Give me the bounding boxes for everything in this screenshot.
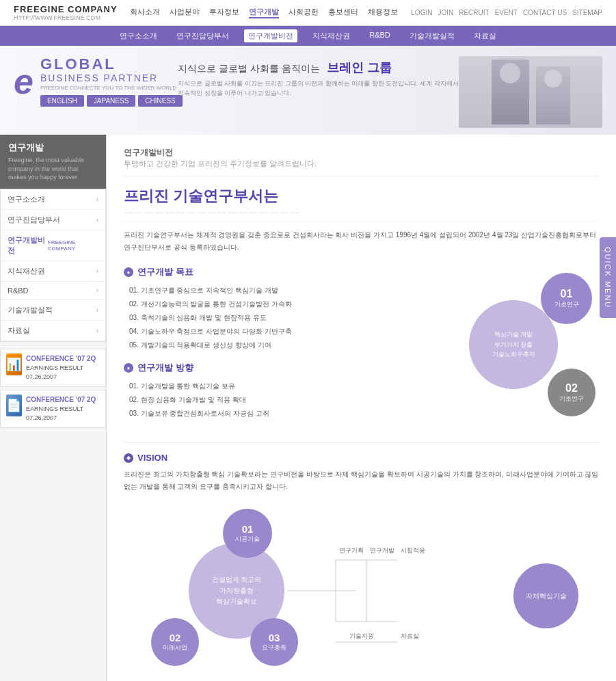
person-right: [536, 66, 570, 124]
research-diagram: 핵심기술 개발부가가치 창출기술노화우축적 01 기초연구 02 기초연구: [435, 266, 599, 430]
conference-box-2[interactable]: 📄 CONFERENCE '07 2Q EARNINGS RESULT 07.2…: [0, 390, 106, 428]
bullet-dot-1: ●: [124, 267, 133, 277]
vision-section: ◆ VISION 프리진은 최고의 가치창출형 핵심 기술확보라는 연구비전을 …: [124, 442, 599, 676]
hero-tagline: FREEGINE CONNECTE YOU TO THE WIDER WORLD: [40, 85, 183, 91]
link-login[interactable]: LOGIN: [411, 9, 432, 16]
sidebar-item-1[interactable]: 연구진담당부서 ›: [1, 210, 105, 230]
sidebar-section-header: 연구개발 Freegine, the most valuable company…: [0, 135, 106, 189]
nav-item-social[interactable]: 사회공헌: [289, 7, 319, 18]
hero-title-line2: BUSINESS PARTNER: [40, 72, 183, 83]
sidebar-item-2[interactable]: 연구개발비전 FREEGINE COMPANY: [1, 230, 105, 261]
sidebar-item-6[interactable]: 자료실 ›: [1, 321, 105, 341]
arrow-icon-1: ›: [96, 216, 98, 224]
conference-icon-2: 📄: [6, 395, 22, 416]
subnav-item-5[interactable]: 기술개발실적: [405, 29, 459, 42]
section1-item-3: 04. 기술노하우 축점으로 사업분야의 다양화 기반구축: [129, 325, 425, 338]
hero-banner-text: 지식으로 글로벌 사회를 움직이는: [178, 63, 320, 74]
breadcrumb-sub: 투명하고 건강한 기업 프리진의 주기정보를 알려드립니다.: [124, 159, 599, 169]
hero-desc: 지식으로 글로벌 사회를 이끄는 프리진 그룹의 비전과 함께하는 미래를 향한…: [178, 79, 466, 98]
sidebar-sublabel-2: FREEGINE COMPANY: [48, 239, 98, 252]
subnav-item-1[interactable]: 연구진담당부서: [172, 29, 233, 42]
head-left: [500, 63, 520, 83]
link-join[interactable]: JOIN: [438, 9, 453, 16]
arrow-icon-5: ›: [96, 306, 98, 314]
hero-e-letter: e: [14, 64, 34, 99]
section1-item-2: 03. 축척기술의 심용화 개발 및 현장적용 유도: [129, 311, 425, 325]
nav-item-business[interactable]: 사업분야: [170, 7, 200, 18]
section2-item-0: 01. 기술개발을 통한 핵심기술 보유: [129, 379, 425, 393]
sidebar-item-0[interactable]: 연구소소개 ›: [1, 189, 105, 210]
vision-title: VISION: [137, 453, 168, 463]
vision-circle-02: 02 미래사업: [151, 618, 199, 666]
sidebar-item-5[interactable]: 기술개발실적 ›: [1, 300, 105, 321]
vision-text: 프리진은 최고의 가치창출형 핵심 기술확보라는 연구비전을 바탕으로 자체 핵…: [124, 468, 599, 493]
sidebar-menu: 연구소소개 › 연구진담당부서 › 연구개발비전 FREEGINE COMPAN…: [0, 189, 106, 342]
sidebar-item-4[interactable]: R&BD ›: [1, 282, 105, 300]
arrow-icon-4: ›: [96, 286, 98, 294]
link-recruit[interactable]: RECRUIT: [459, 9, 489, 16]
subnav-item-6[interactable]: 자료실: [470, 29, 500, 42]
sidebar-section-title: 연구개발: [8, 142, 98, 154]
subnav-item-0[interactable]: 연구소소개: [116, 29, 161, 42]
conference-text-2: CONFERENCE '07 2Q EARNINGS RESULT 07.26,…: [26, 395, 100, 423]
section2-item-1: 02. 현장 심용화 기술개발 및 적용 확대: [129, 393, 425, 407]
top-links: LOGIN JOIN RECRUIT EVENT CONTACT US SITE…: [411, 9, 602, 16]
vision-circle-03: 03 요구충족: [250, 618, 298, 666]
hero-image: [459, 56, 602, 128]
person-left: [492, 59, 529, 124]
section1-title: 연구개발 목표: [137, 266, 193, 278]
hero-banner-strong: 브레인 그룹: [327, 61, 392, 75]
lang-chinese-button[interactable]: CHINESS: [138, 95, 182, 107]
quick-menu-tab[interactable]: QUICK MENU: [600, 237, 616, 318]
company-url: HTTP://WWW.FREESINE.COM: [14, 14, 118, 21]
nav-item-research[interactable]: 연구개발: [249, 7, 279, 18]
main-description: 프리진 기술연구부서는 체계적 경영원을 갖춘 중요로로 건섬회사라는 회사 비…: [124, 229, 599, 254]
link-event[interactable]: EVENT: [495, 9, 518, 16]
conference-icon-1: 📊: [6, 353, 22, 375]
section2-title: 연구개발 방향: [137, 362, 193, 374]
link-contact[interactable]: CONTACT US: [523, 9, 567, 16]
breadcrumb-title: 연구개발비전: [124, 147, 599, 159]
purple-navigation: 연구소소개 연구진담당부서 연구개발비전 지식재산권 R&BD 기술개발실적 자…: [0, 26, 616, 46]
link-sitemap[interactable]: SITEMAP: [572, 9, 602, 16]
lang-japanese-button[interactable]: JAPANESS: [87, 95, 136, 107]
vision-dot: ◆: [124, 453, 133, 463]
company-name: FREEGINE COMPANY: [14, 4, 118, 14]
nav-item-invest[interactable]: 투자정보: [209, 7, 239, 18]
diagram-circle-01: 01 기초연구: [541, 273, 592, 324]
heading-decoration: ── ── ── ── ── ── ── ── ── ── ── ── ── ─…: [124, 209, 599, 222]
subnav-item-2[interactable]: 연구개발비전: [244, 29, 297, 42]
vision-circle-01: 01 시공기술: [223, 509, 272, 558]
diagram-circle-02: 02 기초연구: [548, 369, 595, 416]
section1-item-0: 01. 기초연구를 중심으로 지속적인 핵심기술 개발: [129, 284, 425, 297]
conference-box-1[interactable]: 📊 CONFERENCE '07 2Q EARNINGS RESULT 07.2…: [0, 349, 106, 387]
conference-text-1: CONFERENCE '07 2Q EARNINGS RESULT 07.26,…: [26, 353, 100, 382]
nav-item-about[interactable]: 회사소개: [130, 7, 160, 18]
sidebar-section-subtitle: Freegine, the most valuable company in t…: [8, 156, 98, 182]
vision-circle-right: 자체핵심기술: [513, 563, 578, 628]
arrow-icon-3: ›: [96, 267, 98, 275]
arrow-icon-0: ›: [96, 196, 98, 203]
bullet-dot-2: ●: [124, 363, 133, 373]
top-navigation: 회사소개 사업분야 투자정보 연구개발 사회공헌 홍보센터 채용정보: [130, 7, 398, 18]
section1-item-1: 02. 개선기술능력의 발굴을 통한 건섬기술발전 가속화: [129, 297, 425, 311]
diagram-center-circle: 핵심기술 개발부가가치 창출기술노화우축적: [469, 300, 558, 389]
section2-item-2: 03. 기술보유 종합건섬회사로서의 자긍심 고취: [129, 407, 425, 420]
subnav-item-3[interactable]: 지식재산권: [308, 29, 354, 42]
section1-item-4: 05. 개발기술의 적용확대로 생산성 향상에 기여: [129, 338, 425, 352]
lang-english-button[interactable]: ENGLISH: [40, 95, 84, 107]
nav-item-pr[interactable]: 홍보센터: [328, 7, 358, 18]
nav-item-recruit[interactable]: 채용정보: [368, 7, 398, 18]
vision-diagram: 건설업계 최고의가치창출형핵심기술확보 01 시공기술 02 미래사업: [124, 505, 599, 676]
head-right: [544, 70, 562, 88]
main-heading: 프리진 기술연구부서는: [124, 186, 599, 206]
hero-title-line1: GLOBAL: [40, 56, 183, 72]
subnav-item-4[interactable]: R&BD: [365, 29, 394, 42]
sidebar-item-3[interactable]: 지식재산권 ›: [1, 261, 105, 282]
arrow-icon-6: ›: [96, 327, 98, 334]
